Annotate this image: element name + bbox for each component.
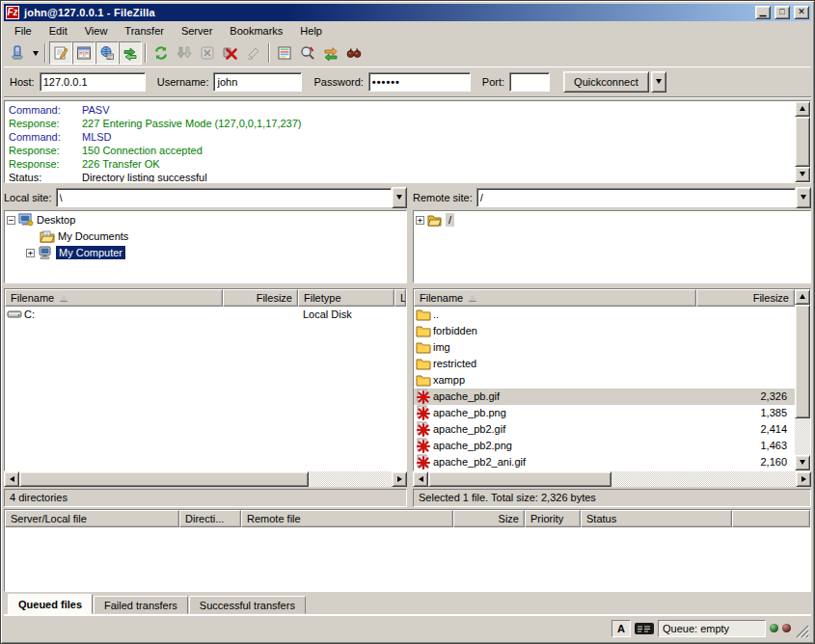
- column-filename[interactable]: Filename: [5, 289, 223, 307]
- column-filename[interactable]: Filename: [414, 289, 696, 307]
- scroll-thumb[interactable]: [795, 305, 810, 418]
- remote-row-file[interactable]: apache_pb.png 1,385: [414, 405, 795, 421]
- port-input[interactable]: [509, 72, 550, 92]
- site-manager-button[interactable]: [6, 41, 29, 65]
- cancel-icon: [200, 45, 215, 61]
- column-size[interactable]: Size: [453, 510, 525, 527]
- expand-icon[interactable]: +: [26, 249, 35, 257]
- tree-item-root[interactable]: + /: [416, 212, 808, 228]
- toggle-queue-button[interactable]: [119, 41, 142, 65]
- menu-help[interactable]: Help: [291, 23, 331, 39]
- cancel-operation-button[interactable]: [196, 41, 219, 65]
- quickconnect-dropdown[interactable]: [651, 71, 666, 93]
- refresh-button[interactable]: [149, 41, 173, 65]
- tree-item-my-computer[interactable]: + My Computer: [7, 245, 404, 261]
- local-row-c-drive[interactable]: C: Local Disk: [5, 307, 406, 323]
- reconnect-button[interactable]: [242, 41, 265, 65]
- remote-row-dir[interactable]: img: [414, 339, 795, 356]
- column-server-local-file[interactable]: Server/Local file: [5, 510, 179, 527]
- find-files-button[interactable]: [342, 41, 366, 65]
- directory-comparison-button[interactable]: [273, 41, 296, 65]
- toggle-local-treeview-button[interactable]: [72, 41, 95, 65]
- menu-server[interactable]: Server: [173, 23, 221, 39]
- queue-body[interactable]: [5, 527, 810, 591]
- filetype: Local Disk: [303, 309, 352, 320]
- remote-row-file[interactable]: apache_pb2.png 1,463: [414, 438, 795, 454]
- scroll-left-button[interactable]: [4, 471, 19, 487]
- process-queue-button[interactable]: [173, 41, 196, 65]
- scroll-right-button[interactable]: [796, 471, 811, 487]
- remote-row-dir[interactable]: restricted: [414, 356, 795, 372]
- image-file-icon: [416, 421, 431, 437]
- maximize-button[interactable]: □: [774, 6, 790, 19]
- remote-site-dropdown[interactable]: [796, 187, 811, 208]
- filesize: 2,326: [760, 390, 787, 402]
- column-filesize[interactable]: Filesize: [696, 289, 795, 307]
- column-priority[interactable]: Priority: [525, 510, 581, 527]
- local-site-input[interactable]: [56, 188, 392, 207]
- scroll-thumb[interactable]: [19, 471, 309, 487]
- toggle-message-log-button[interactable]: [49, 41, 72, 65]
- remote-site-input[interactable]: [476, 188, 796, 207]
- disconnect-button[interactable]: [219, 41, 242, 65]
- synchronized-browsing-button[interactable]: [319, 41, 342, 65]
- log-scrollbar[interactable]: [795, 101, 810, 182]
- column-status[interactable]: Status: [581, 510, 732, 527]
- resize-grip[interactable]: [795, 624, 809, 638]
- minimize-button[interactable]: ▁: [755, 6, 771, 19]
- remote-vscrollbar[interactable]: [795, 289, 810, 470]
- remote-row-dir[interactable]: forbidden: [414, 323, 795, 339]
- column-last-modified[interactable]: L: [394, 289, 406, 307]
- scroll-down-button[interactable]: [795, 167, 810, 182]
- local-site-dropdown[interactable]: [392, 187, 407, 208]
- host-input[interactable]: [40, 72, 146, 92]
- menu-transfer[interactable]: Transfer: [116, 23, 173, 39]
- quickconnect-button[interactable]: Quickconnect: [563, 71, 649, 93]
- menu-view[interactable]: View: [76, 23, 117, 39]
- titlebar[interactable]: Fz john@127.0.0.1 - FileZilla ▁ □ ✕: [4, 4, 811, 21]
- scroll-down-button[interactable]: [795, 455, 810, 470]
- tab-queued-files[interactable]: Queued files: [8, 594, 93, 614]
- site-manager-dropdown[interactable]: [29, 42, 41, 64]
- column-remote-file[interactable]: Remote file: [241, 510, 453, 527]
- column-direction[interactable]: Directi...: [179, 510, 241, 527]
- filename-filters-button[interactable]: [296, 41, 319, 65]
- column-filetype[interactable]: Filetype: [298, 289, 394, 307]
- menu-edit[interactable]: Edit: [41, 23, 76, 39]
- username-input[interactable]: [213, 72, 302, 92]
- remote-row-file-selected[interactable]: apache_pb.gif 2,326: [414, 389, 795, 405]
- filename: apache_pb2_ani.gif: [433, 456, 526, 468]
- triangle-left-icon: [10, 476, 14, 482]
- dirname: forbidden: [433, 325, 477, 336]
- queue-tabs: Queued files Failed transfers Successful…: [4, 592, 811, 615]
- local-hscrollbar[interactable]: [4, 471, 407, 487]
- remote-row-file[interactable]: apache_pb2_ani.gif 2,160: [414, 454, 795, 470]
- collapse-icon[interactable]: −: [7, 216, 15, 225]
- scroll-up-button[interactable]: [795, 101, 810, 117]
- close-button[interactable]: ✕: [794, 6, 809, 19]
- scroll-thumb[interactable]: [428, 471, 611, 487]
- remote-row-dir[interactable]: ..: [414, 307, 795, 323]
- tree-item-desktop[interactable]: − Desktop: [7, 212, 404, 228]
- filesize: 2,414: [760, 423, 787, 435]
- password-input[interactable]: [368, 72, 471, 92]
- tab-failed-transfers[interactable]: Failed transfers: [94, 596, 188, 614]
- expand-icon[interactable]: +: [416, 216, 424, 225]
- filename: apache_pb2.gif: [433, 423, 505, 435]
- log-text: 227 Entering Passive Mode (127,0,0,1,17,…: [82, 117, 301, 130]
- menu-bookmarks[interactable]: Bookmarks: [221, 23, 291, 39]
- menu-file[interactable]: File: [6, 23, 41, 39]
- remote-row-file[interactable]: apache_pb2.gif 2,414: [414, 421, 795, 438]
- tree-item-my-documents[interactable]: My Documents: [7, 228, 404, 245]
- column-filesize[interactable]: Filesize: [223, 289, 298, 307]
- port-label: Port:: [482, 76, 504, 88]
- filename: apache_pb.png: [433, 407, 506, 418]
- tab-successful-transfers[interactable]: Successful transfers: [189, 596, 306, 614]
- scroll-thumb[interactable]: [795, 117, 810, 167]
- remote-hscrollbar[interactable]: [413, 471, 811, 487]
- toggle-remote-treeview-button[interactable]: [95, 41, 119, 65]
- remote-row-dir[interactable]: xampp: [414, 372, 795, 389]
- scroll-right-button[interactable]: [392, 471, 407, 487]
- scroll-up-button[interactable]: [795, 289, 810, 305]
- scroll-left-button[interactable]: [413, 471, 428, 487]
